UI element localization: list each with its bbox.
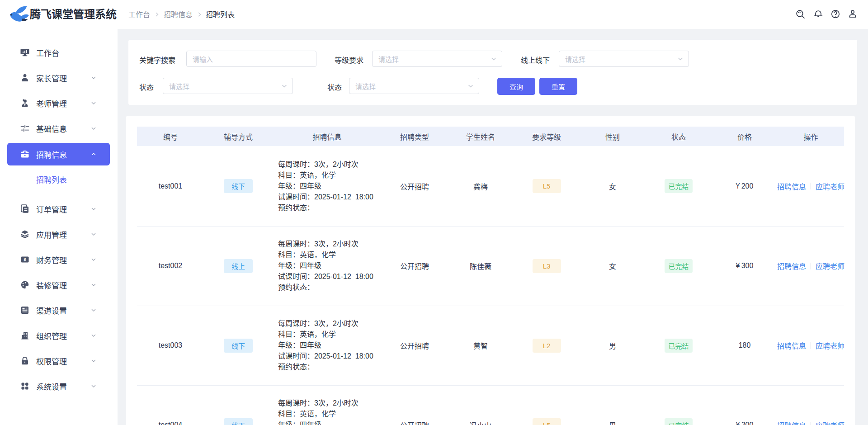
svg-text:¥: ¥ xyxy=(24,257,26,262)
